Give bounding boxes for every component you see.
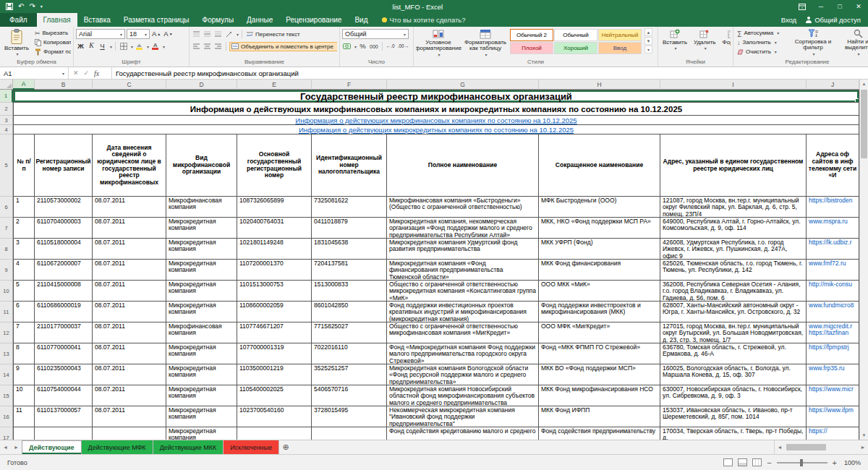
data-cell[interactable]: 6110754000044: [35, 385, 93, 406]
page-break-view-button[interactable]: [752, 458, 762, 466]
data-cell[interactable]: [93, 427, 166, 440]
column-header-F[interactable]: F: [312, 80, 387, 90]
data-cell[interactable]: Микрокредитная компания: [166, 239, 237, 260]
data-cell[interactable]: www.fundmicro8: [807, 302, 859, 322]
data-cell[interactable]: 08.07.2011: [93, 260, 166, 281]
zoom-out-button[interactable]: −: [767, 458, 771, 467]
data-cell[interactable]: 8: [13, 343, 35, 364]
cell-style-option[interactable]: Ввод: [598, 42, 642, 54]
ribbon-tab-Главная[interactable]: Главная: [37, 13, 77, 27]
data-cell[interactable]: Микрофинансовая компания: [166, 197, 237, 218]
table-header-cell[interactable]: Адреса оф сайтов в инф телекомму сети «И: [807, 134, 859, 197]
scroll-down-icon[interactable]: ▼: [862, 431, 867, 440]
data-cell[interactable]: 6: [13, 302, 35, 322]
gallery-up-icon[interactable]: ▲: [644, 28, 652, 36]
percent-style-button[interactable]: %: [358, 42, 367, 51]
number-format-combo[interactable]: Общий▾: [342, 29, 409, 39]
merged-cell-row-4[interactable]: Информация о действующих микрокредитных …: [13, 125, 859, 134]
data-cell[interactable]: 153037, Ивановская область, г. Иваново, …: [660, 406, 807, 427]
column-header-A[interactable]: A: [13, 80, 35, 90]
wrap-text-button[interactable]: Перенести текст: [245, 30, 302, 39]
data-cell[interactable]: Некоммерческая микрокредитная компания "…: [387, 406, 539, 427]
data-cell[interactable]: 7: [13, 322, 35, 343]
data-cell[interactable]: 6110770000041: [35, 343, 93, 364]
data-cell[interactable]: 628007, Ханты-Мансийский автономный окру…: [660, 302, 807, 322]
data-cell[interactable]: 1107200001370: [237, 260, 312, 281]
fill-handle[interactable]: [855, 98, 859, 102]
data-cell[interactable]: 1: [13, 197, 35, 218]
zoom-slider-thumb[interactable]: [800, 459, 803, 466]
data-cell[interactable]: Микрокредитная компания: [166, 343, 237, 364]
column-header-G[interactable]: G: [387, 80, 539, 90]
delete-cells-button[interactable]: Удалить▾: [692, 28, 718, 52]
align-middle-icon[interactable]: [203, 30, 212, 39]
data-cell[interactable]: 5406570716: [312, 385, 387, 406]
bold-button[interactable]: Ж: [76, 42, 85, 51]
ribbon-display-options-icon[interactable]: [793, 0, 812, 13]
data-cell[interactable]: Микрокредитная компания: [166, 406, 237, 427]
data-cell[interactable]: 2110415000008: [35, 281, 93, 302]
shrink-font-button[interactable]: А▼: [163, 30, 173, 39]
cell-style-option[interactable]: Плохой: [510, 42, 553, 54]
table-header-cell[interactable]: Адрес, указанный в едином государственно…: [660, 134, 807, 197]
scroll-up-icon[interactable]: ▲: [862, 80, 867, 88]
data-cell[interactable]: 6110672000007: [35, 260, 93, 281]
cancel-entry-icon[interactable]: ✕: [73, 69, 79, 77]
row-header-16[interactable]: 16: [0, 406, 13, 427]
data-cell[interactable]: 630007, Новосибирская область, г. Новоси…: [660, 385, 807, 406]
data-cell[interactable]: Микрокредитная компания: [166, 364, 237, 385]
row-header-8[interactable]: 8: [0, 239, 13, 260]
column-header-D[interactable]: D: [166, 80, 237, 90]
table-header-cell[interactable]: Идентификационный номер налогоплательщик…: [312, 134, 387, 197]
data-cell[interactable]: Микрокредитная компания: [166, 281, 237, 302]
data-cell[interactable]: http://mik-consu: [807, 281, 859, 302]
tell-me-box[interactable]: Что вы хотите сделать?: [375, 13, 473, 27]
data-cell[interactable]: 08.07.2011: [93, 218, 166, 239]
fill-color-button[interactable]: [135, 42, 144, 51]
align-bottom-icon[interactable]: [213, 30, 223, 39]
data-cell[interactable]: www.migcredit.r https://tazfinan: [807, 322, 859, 343]
data-cell[interactable]: Микрокредитная компания: [166, 218, 237, 239]
data-cell[interactable]: 1077000001319: [237, 343, 312, 364]
data-cell[interactable]: 6110704000003: [35, 218, 93, 239]
italic-button[interactable]: К: [87, 42, 96, 51]
data-cell[interactable]: 170034, Тверская область, г. Тверь, пр-т…: [660, 427, 807, 440]
page-layout-view-button[interactable]: [738, 458, 747, 466]
row-header-12[interactable]: 12: [0, 322, 13, 343]
cell-style-option[interactable]: Хороший: [554, 42, 597, 54]
row-header-9[interactable]: 9: [0, 260, 13, 281]
data-cell[interactable]: ООО МКК «МиК»: [539, 281, 660, 302]
data-cell[interactable]: 11: [13, 406, 35, 427]
borders-button[interactable]: [119, 42, 128, 51]
row-header-6[interactable]: 6: [0, 197, 13, 218]
data-cell[interactable]: 8601042850: [312, 302, 387, 322]
confirm-entry-icon[interactable]: ✓: [84, 69, 90, 77]
data-cell[interactable]: https://www.micr: [807, 385, 859, 406]
row-header-13[interactable]: 13: [0, 343, 13, 364]
sign-in-button[interactable]: Вход: [781, 16, 797, 24]
data-cell[interactable]: 08.07.2011: [93, 385, 166, 406]
font-color-button[interactable]: А: [150, 42, 160, 51]
data-cell[interactable]: 1107746671207: [237, 322, 312, 343]
insert-function-icon[interactable]: fx: [94, 69, 99, 77]
vertical-scroll-thumb[interactable]: [861, 90, 867, 158]
data-cell[interactable]: www.frp35.ru: [807, 364, 859, 385]
row-header-15[interactable]: 15: [0, 385, 13, 406]
horizontal-scrollbar[interactable]: ◄ ►: [774, 440, 868, 454]
data-cell[interactable]: www.mspra.ru: [807, 218, 859, 239]
row-header-4[interactable]: 4: [0, 125, 13, 134]
merged-cell-row-3[interactable]: Информация о действующих микрофинансовых…: [13, 116, 859, 125]
data-cell[interactable]: 3728015495: [312, 406, 387, 427]
table-header-cell[interactable]: Сокращенное наименование: [539, 134, 660, 197]
data-cell[interactable]: Микрокредитная компания: [166, 427, 237, 440]
data-cell[interactable]: 9: [13, 364, 35, 385]
data-cell[interactable]: 2110177000037: [35, 322, 93, 343]
fill-button[interactable]: ↓Заполнить▾: [736, 38, 789, 47]
data-cell[interactable]: 127015, город Москва, вн.тер.г. муниципа…: [660, 322, 807, 343]
format-cells-button[interactable]: Формат▾: [720, 28, 731, 52]
data-cell[interactable]: 5: [13, 281, 35, 302]
font-size-combo[interactable]: 18▾: [127, 29, 150, 39]
data-cell[interactable]: https://: [807, 427, 859, 440]
gallery-more-icon[interactable]: ▾: [644, 46, 652, 54]
data-cell[interactable]: 426008, Удмуртская Республика, г.о. горо…: [660, 239, 807, 260]
